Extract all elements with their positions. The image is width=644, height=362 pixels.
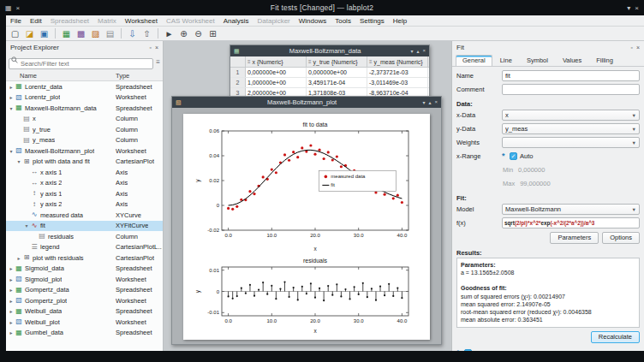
type-column-header[interactable]: Type bbox=[116, 72, 129, 80]
name-column-header[interactable]: Name bbox=[20, 72, 37, 80]
tree-item-x[interactable]: ▤xColumn bbox=[6, 114, 163, 125]
expand-arrow-icon[interactable]: ▸ bbox=[8, 265, 15, 271]
tree-item-lorentz-plot[interactable]: ▸▧Lorentz_plotWorksheet bbox=[6, 92, 163, 104]
fit-plot[interactable]: fit to data0.010.020.030.040.0-0.0200.02… bbox=[193, 117, 420, 256]
expand-arrow-icon[interactable]: ▸ bbox=[8, 298, 15, 304]
recalculate-button[interactable]: Recalculate bbox=[591, 331, 640, 343]
save-project-icon[interactable]: ▣ bbox=[38, 27, 51, 39]
workspace-icon[interactable]: × bbox=[16, 4, 21, 12]
tree-item-measured-data[interactable]: ∿measured dataXYCurve bbox=[6, 210, 163, 221]
window-close-icon[interactable]: × bbox=[422, 48, 426, 54]
menu-edit[interactable]: Edit bbox=[26, 17, 46, 25]
options-button[interactable]: Options bbox=[602, 232, 640, 244]
select-tool-icon[interactable]: ► bbox=[163, 27, 176, 39]
spreadsheet-window-titlebar[interactable]: ▦ Maxwell-Boltzmann_data ▾ ▴ × bbox=[230, 45, 429, 56]
y-data-combobox[interactable]: y_meas ▼ bbox=[502, 123, 640, 134]
import-data-icon[interactable]: ⇩ bbox=[126, 27, 139, 39]
window-shade-icon[interactable]: ▾ bbox=[627, 4, 630, 12]
tree-item-x-axis-1[interactable]: ↔x axis 1Axis bbox=[6, 167, 163, 178]
comment-input[interactable] bbox=[502, 84, 640, 95]
window-close-icon[interactable]: × bbox=[635, 4, 639, 12]
zoom-in-icon[interactable]: ⊕ bbox=[177, 27, 190, 39]
menu-datapicker[interactable]: Datapicker bbox=[253, 17, 295, 25]
menu-windows[interactable]: Windows bbox=[295, 17, 331, 25]
tab-general[interactable]: General bbox=[456, 55, 492, 66]
menu-worksheet[interactable]: Worksheet bbox=[121, 17, 162, 25]
expand-arrow-icon[interactable]: ▾ bbox=[8, 148, 15, 154]
menu-help[interactable]: Help bbox=[389, 17, 411, 25]
tree-item-gompertz-plot[interactable]: ▸▧Gompertz_plotWorksheet bbox=[6, 295, 163, 306]
zoom-out-icon[interactable]: ⊖ bbox=[192, 27, 205, 39]
tab-values[interactable]: Values bbox=[556, 55, 588, 66]
new-matrix-icon[interactable]: ▩ bbox=[75, 27, 87, 39]
tree-item-maxwell-boltzmann-data[interactable]: ▾▦Maxwell-Boltzmann_dataSpreadsheet bbox=[6, 103, 163, 114]
filter-options-icon[interactable]: ≡ bbox=[156, 58, 160, 66]
new-spreadsheet-icon[interactable]: ▦ bbox=[60, 27, 73, 39]
expand-arrow-icon[interactable]: ▸ bbox=[8, 308, 15, 314]
tree-item-residuals[interactable]: ▤residualsColumn bbox=[6, 231, 163, 242]
expand-arrow-icon[interactable]: ▸ bbox=[8, 276, 15, 282]
dock-float-icon[interactable]: ▫ bbox=[149, 45, 151, 50]
new-note-icon[interactable]: ▤ bbox=[104, 27, 116, 39]
tree-item-y-axis-1[interactable]: ↕y axis 1Axis bbox=[6, 188, 163, 199]
dock-close-icon[interactable]: × bbox=[155, 45, 158, 50]
expand-arrow-icon[interactable]: ▾ bbox=[15, 158, 22, 164]
row-number[interactable]: 2 bbox=[230, 78, 246, 87]
expand-arrow-icon[interactable]: ▾ bbox=[8, 105, 15, 111]
expand-arrow-icon[interactable]: ▾ bbox=[23, 223, 30, 228]
dock-close-icon[interactable]: × bbox=[636, 45, 640, 50]
menu-analysis[interactable]: Analysis bbox=[219, 17, 253, 25]
weights-combobox[interactable]: ▼ bbox=[502, 137, 640, 148]
tree-item-y-meas[interactable]: ▤y_measColumn bbox=[6, 135, 163, 146]
tree-item-plot-with-residuals[interactable]: ▸⊞plot with residualsCartesianPlot bbox=[6, 252, 163, 264]
model-combobox[interactable]: Maxwell-Boltzmann ▼ bbox=[502, 204, 640, 215]
sheet-column-header[interactable]: ≡x {Numeric} bbox=[246, 56, 307, 67]
sheet-cell[interactable]: 1,000000e+00 bbox=[246, 78, 307, 87]
tree-item-sigmoid-plot[interactable]: ▸▧Sigmoid_plotWorksheet bbox=[6, 274, 163, 285]
menu-settings[interactable]: Settings bbox=[355, 17, 389, 25]
x-data-combobox[interactable]: x ▼ bbox=[502, 110, 640, 121]
tab-symbol[interactable]: Symbol bbox=[520, 55, 555, 66]
tree-column-headers[interactable]: Name Type bbox=[6, 70, 163, 81]
expand-arrow-icon[interactable]: ▸ bbox=[15, 255, 22, 261]
expand-arrow-icon[interactable]: ▸ bbox=[8, 84, 15, 90]
window-restore-icon[interactable]: ▴ bbox=[416, 48, 419, 54]
tab-filling[interactable]: Filling bbox=[589, 55, 620, 66]
residuals-plot[interactable]: residuals0.010.020.030.040.0-0.0100.01xy bbox=[193, 256, 420, 338]
menu-file[interactable]: File bbox=[6, 17, 26, 25]
expand-arrow-icon[interactable]: ▸ bbox=[8, 319, 15, 325]
tree-item-lorentz-data[interactable]: ▸▦Lorentz_dataSpreadsheet bbox=[6, 81, 163, 92]
window-restore-icon[interactable]: ▴ bbox=[428, 99, 431, 105]
tree-item-gompertz-data[interactable]: ▸▦Gompertz_dataSpreadsheet bbox=[6, 285, 163, 296]
tree-item-sigmoid-data[interactable]: ▸▦Sigmoid_dataSpreadsheet bbox=[6, 264, 163, 275]
menu-spreadsheet[interactable]: Spreadsheet bbox=[46, 17, 93, 25]
fx-expression-input[interactable]: sqrt(2/pi)*x^2*exp(-x^2/(2*a^2))/a^3 bbox=[502, 217, 640, 228]
menu-cas-worksheet[interactable]: CAS Worksheet bbox=[162, 17, 219, 25]
tree-item-y-axis-2[interactable]: ↕y axis 2Axis bbox=[6, 199, 163, 211]
worksheet-window[interactable]: ▧ Maxwell-Boltzmann_plot ▾ ▴ × fit to da… bbox=[171, 96, 442, 345]
export-data-icon[interactable]: ⇧ bbox=[140, 27, 153, 39]
auto-range-checkbox[interactable]: ✓ bbox=[510, 152, 517, 160]
tree-item-y-true[interactable]: ▤y_trueColumn bbox=[6, 124, 163, 135]
tree-item-fit[interactable]: ▾∿fitXYFitCurve bbox=[6, 221, 163, 232]
parameters-button[interactable]: Parameters bbox=[550, 232, 599, 244]
tree-item-plot-with-data-and-fit[interactable]: ▾⊞plot with data and fitCartesianPlot bbox=[6, 157, 163, 168]
sheet-cell[interactable]: 0,000000e+00 bbox=[307, 68, 367, 77]
open-project-icon[interactable]: ◪ bbox=[23, 27, 36, 39]
tree-item-weibull-plot[interactable]: ▸▧Weibull_plotWorksheet bbox=[6, 317, 163, 328]
row-number[interactable]: 1 bbox=[230, 68, 246, 77]
fit-page-icon[interactable]: ⊞ bbox=[206, 27, 219, 39]
menu-tools[interactable]: Tools bbox=[331, 17, 355, 25]
sheet-column-header[interactable]: ≡y_true {Numeric} bbox=[307, 56, 367, 67]
sheet-corner[interactable] bbox=[230, 56, 246, 67]
expand-arrow-icon[interactable]: ▸ bbox=[8, 329, 15, 335]
tab-line[interactable]: Line bbox=[493, 55, 519, 66]
name-input[interactable] bbox=[502, 70, 640, 81]
menu-matrix[interactable]: Matrix bbox=[93, 17, 121, 25]
sheet-cell[interactable]: -2,373721e-03 bbox=[367, 68, 428, 77]
new-project-icon[interactable]: ▢ bbox=[9, 27, 21, 39]
sheet-column-header[interactable]: ≡y_meas {Numeric} bbox=[367, 56, 428, 67]
worksheet-window-titlebar[interactable]: ▧ Maxwell-Boltzmann_plot ▾ ▴ × bbox=[172, 97, 441, 108]
tree-item-maxwell-boltzmann-plot[interactable]: ▾▧Maxwell-Boltzmann_plotWorksheet bbox=[6, 145, 163, 157]
tree-item-gumbel-data[interactable]: ▸▦Gumbel_dataSpreadsheet bbox=[6, 328, 163, 339]
